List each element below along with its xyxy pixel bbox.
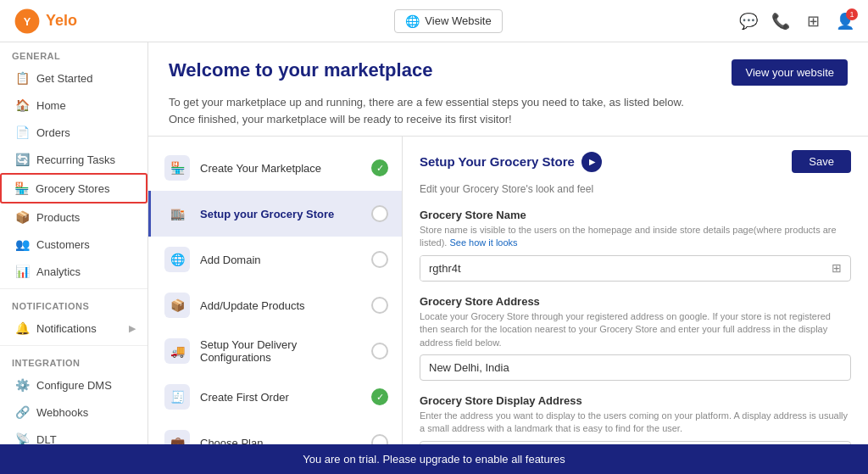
form-panel-title-text: Setup Your Grocery Store [420,154,575,169]
view-website-top-button[interactable]: 🌐 View Website [394,9,502,33]
step-setup-grocery-store-status [371,205,388,222]
sidebar-section-notifications: Notifications [0,293,147,315]
step-create-first-order-label: Create First Order [200,391,361,404]
sidebar-item-customers[interactable]: 👥 Customers [0,231,147,258]
step-setup-grocery-store-label: Setup your Grocery Store [200,208,361,220]
sidebar-section-integration: Integration [0,349,147,371]
home-icon: 🏠 [14,98,30,112]
step-create-marketplace-icon: 🏪 [164,155,190,181]
step-create-first-order-status: ✓ [371,388,388,405]
steps-form-area: 🏪 Create Your Marketplace ✓ 🏬 Setup your… [148,137,868,444]
sidebar-item-label-dlt: DLT [36,433,57,445]
grid-icon[interactable]: ⊞ [804,12,822,31]
save-button[interactable]: Save [792,150,851,173]
welcome-title: Welcome to your marketplace [169,59,432,81]
sidebar-item-home[interactable]: 🏠 Home [0,92,147,119]
step-add-update-products[interactable]: 📦 Add/Update Products [148,282,402,328]
step-choose-plan-icon: 💼 [164,430,190,444]
welcome-panel: Welcome to your marketplace View your we… [148,42,868,137]
bottom-bar-text: You are on trial. Please upgrade to enab… [303,453,565,466]
dlt-icon: 📡 [14,432,30,444]
store-address-group: Grocery Store Address Locate your Grocer… [420,295,851,381]
chat-icon[interactable]: 💬 [739,12,758,31]
step-setup-grocery-store-icon: 🏬 [164,201,190,226]
sidebar-item-notifications[interactable]: 🔔 Notifications ▶ [0,315,147,342]
sidebar-item-label-customers: Customers [36,238,90,251]
sidebar-divider-2 [0,345,147,346]
step-delivery-config-label: Setup Your Delivery Configurations [200,338,361,364]
display-address-desc: Enter the address you want to display to… [420,410,851,436]
top-navigation: Y Yelo 🌐 View Website 💬 📞 ⊞ 👤 1 [0,0,868,42]
sidebar-item-configure-dms[interactable]: ⚙️ Configure DMS [0,371,147,399]
sidebar-item-label-home: Home [36,99,66,112]
step-create-marketplace-status: ✓ [371,159,388,176]
play-video-button[interactable] [581,152,602,172]
nav-center: 🌐 View Website [158,9,739,33]
welcome-subtitle: To get your marketplace up and running, … [169,94,848,127]
recurring-icon: 🔄 [14,153,30,166]
store-name-group: Grocery Store Name Store name is visible… [420,209,851,282]
sidebar-item-label-products: Products [36,211,80,224]
user-avatar-icon[interactable]: 👤 1 [836,12,854,31]
store-name-see-how-link[interactable]: See how it looks [449,237,517,248]
welcome-header: Welcome to your marketplace View your we… [169,59,848,86]
step-create-marketplace[interactable]: 🏪 Create Your Marketplace ✓ [148,145,402,191]
sidebar-divider-1 [0,288,147,289]
view-website-main-button[interactable]: View your website [732,59,848,86]
store-name-input-wrapper: ⊞ [420,255,851,282]
store-address-label: Grocery Store Address [420,295,851,308]
step-choose-plan-label: Choose Plan [200,437,361,445]
sidebar-item-products[interactable]: 📦 Products [0,204,147,231]
orders-icon: 📄 [14,125,30,139]
view-website-top-label: View Website [425,14,491,27]
step-add-domain-label: Add Domain [200,254,361,266]
step-create-first-order-icon: 🧾 [164,384,190,410]
step-delivery-config-icon: 🚚 [164,338,190,364]
logo-icon: Y [14,8,41,35]
nav-right-icons: 💬 📞 ⊞ 👤 1 [739,12,854,31]
get-started-icon: 📋 [14,71,30,85]
sidebar-item-grocery-stores[interactable]: 🏪 Grocery Stores [0,173,147,204]
sidebar-item-dlt[interactable]: 📡 DLT [0,426,147,444]
step-setup-grocery-store[interactable]: 🏬 Setup your Grocery Store [148,191,402,237]
website-icon: 🌐 [405,14,420,28]
store-address-desc: Locate your Grocery Store through your r… [420,310,851,349]
step-add-domain-status [371,251,388,268]
sidebar-item-webhooks[interactable]: 🔗 Webhooks [0,399,147,426]
sidebar-section-general: General [0,42,147,64]
step-add-domain-icon: 🌐 [164,247,190,272]
phone-icon[interactable]: 📞 [771,12,790,31]
form-panel: Setup Your Grocery Store Save Edit your … [403,137,868,444]
step-create-first-order[interactable]: 🧾 Create First Order ✓ [148,374,402,420]
step-choose-plan[interactable]: 💼 Choose Plan [148,420,402,444]
welcome-subtitle-line1: To get your marketplace up and running, … [169,96,684,109]
logo-area: Y Yelo [14,8,158,35]
sidebar-item-label-configure-dms: Configure DMS [36,379,112,392]
steps-list: 🏪 Create Your Marketplace ✓ 🏬 Setup your… [148,137,403,444]
step-delivery-config[interactable]: 🚚 Setup Your Delivery Configurations [148,328,402,374]
form-panel-header: Setup Your Grocery Store Save [420,150,851,173]
notifications-arrow-icon: ▶ [129,323,136,334]
sidebar-item-label-notifications: Notifications [36,322,97,335]
sidebar-item-recurring[interactable]: 🔄 Recurring Tasks [0,146,147,173]
step-add-domain[interactable]: 🌐 Add Domain [148,237,402,282]
sidebar-item-label-orders: Orders [36,126,70,139]
sidebar-item-orders[interactable]: 📄 Orders [0,119,147,146]
content-area: Welcome to your marketplace View your we… [148,42,868,444]
store-name-input[interactable] [420,256,823,281]
notifications-icon: 🔔 [14,321,30,335]
configure-dms-icon: ⚙️ [14,378,30,392]
sidebar-item-analytics[interactable]: 📊 Analytics [0,258,147,285]
notification-badge: 1 [846,8,858,20]
form-subtitle: Edit your Grocery Store's look and feel [420,183,851,195]
display-address-label: Grocery Store Display Address [420,394,851,407]
store-name-label: Grocery Store Name [420,209,851,221]
sidebar-item-label-recurring: Recurring Tasks [36,153,115,166]
sidebar-item-label-grocery-stores: Grocery Stores [36,182,109,195]
store-address-input[interactable] [420,354,851,381]
form-panel-title-area: Setup Your Grocery Store [420,152,602,172]
step-add-update-products-label: Add/Update Products [200,299,361,312]
display-address-group: Grocery Store Display Address Enter the … [420,394,851,444]
sidebar-item-label-webhooks: Webhooks [36,406,88,419]
sidebar-item-get-started[interactable]: 📋 Get Started [0,64,147,92]
